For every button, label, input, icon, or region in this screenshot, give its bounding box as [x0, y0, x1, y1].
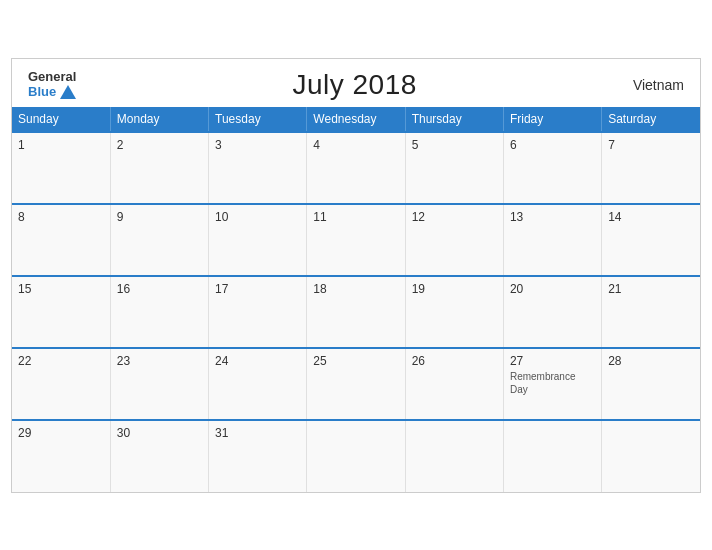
calendar-cell: 22: [12, 348, 110, 420]
calendar-cell: 3: [209, 132, 307, 204]
calendar-cell: 2: [110, 132, 208, 204]
calendar-cell: 6: [503, 132, 601, 204]
calendar-cell: 13: [503, 204, 601, 276]
day-number: 2: [117, 138, 202, 152]
day-number: 16: [117, 282, 202, 296]
calendar-cell: 14: [602, 204, 700, 276]
day-header-tuesday: Tuesday: [209, 107, 307, 132]
calendar-cell: 31: [209, 420, 307, 492]
calendar-cell: [602, 420, 700, 492]
calendar-cell: [405, 420, 503, 492]
calendar-cell: [307, 420, 405, 492]
day-number: 28: [608, 354, 694, 368]
calendar-cell: 19: [405, 276, 503, 348]
day-number: 10: [215, 210, 300, 224]
day-number: 29: [18, 426, 104, 440]
calendar-cell: 17: [209, 276, 307, 348]
day-header-monday: Monday: [110, 107, 208, 132]
day-number: 7: [608, 138, 694, 152]
day-number: 6: [510, 138, 595, 152]
calendar-cell: 4: [307, 132, 405, 204]
day-number: 19: [412, 282, 497, 296]
calendar-week-row: 222324252627Remembrance Day28: [12, 348, 700, 420]
day-number: 9: [117, 210, 202, 224]
day-number: 11: [313, 210, 398, 224]
calendar-cell: 1: [12, 132, 110, 204]
calendar-cell: 30: [110, 420, 208, 492]
calendar-cell: 26: [405, 348, 503, 420]
day-number: 23: [117, 354, 202, 368]
day-number: 14: [608, 210, 694, 224]
day-header-wednesday: Wednesday: [307, 107, 405, 132]
calendar-week-row: 293031: [12, 420, 700, 492]
day-number: 1: [18, 138, 104, 152]
calendar-week-row: 15161718192021: [12, 276, 700, 348]
day-header-saturday: Saturday: [602, 107, 700, 132]
calendar-cell: 29: [12, 420, 110, 492]
day-number: 3: [215, 138, 300, 152]
logo-general-text: General: [28, 70, 76, 84]
day-number: 8: [18, 210, 104, 224]
day-number: 20: [510, 282, 595, 296]
day-number: 25: [313, 354, 398, 368]
day-number: 21: [608, 282, 694, 296]
calendar-cell: 18: [307, 276, 405, 348]
calendar-cell: 28: [602, 348, 700, 420]
day-number: 4: [313, 138, 398, 152]
calendar-week-row: 891011121314: [12, 204, 700, 276]
calendar-cell: 15: [12, 276, 110, 348]
logo: General Blue: [28, 70, 76, 99]
days-header-row: SundayMondayTuesdayWednesdayThursdayFrid…: [12, 107, 700, 132]
day-number: 13: [510, 210, 595, 224]
calendar-cell: 8: [12, 204, 110, 276]
calendar-cell: 11: [307, 204, 405, 276]
calendar-grid: SundayMondayTuesdayWednesdayThursdayFrid…: [12, 107, 700, 492]
calendar-week-row: 1234567: [12, 132, 700, 204]
calendar-cell: [503, 420, 601, 492]
calendar-cell: 7: [602, 132, 700, 204]
day-number: 17: [215, 282, 300, 296]
calendar-cell: 16: [110, 276, 208, 348]
calendar-cell: 5: [405, 132, 503, 204]
day-header-friday: Friday: [503, 107, 601, 132]
day-number: 24: [215, 354, 300, 368]
day-number: 12: [412, 210, 497, 224]
day-number: 27: [510, 354, 595, 368]
holiday-label: Remembrance Day: [510, 370, 595, 396]
day-number: 15: [18, 282, 104, 296]
day-number: 26: [412, 354, 497, 368]
day-number: 18: [313, 282, 398, 296]
calendar-cell: 25: [307, 348, 405, 420]
calendar-container: General Blue July 2018 Vietnam SundayMon…: [11, 58, 701, 493]
calendar-cell: 10: [209, 204, 307, 276]
calendar-cell: 27Remembrance Day: [503, 348, 601, 420]
logo-triangle-icon: [60, 85, 76, 99]
day-number: 30: [117, 426, 202, 440]
calendar-cell: 21: [602, 276, 700, 348]
day-number: 31: [215, 426, 300, 440]
calendar-country: Vietnam: [633, 77, 684, 93]
calendar-cell: 23: [110, 348, 208, 420]
day-header-sunday: Sunday: [12, 107, 110, 132]
day-number: 22: [18, 354, 104, 368]
calendar-header: General Blue July 2018 Vietnam: [12, 59, 700, 107]
calendar-cell: 9: [110, 204, 208, 276]
calendar-cell: 12: [405, 204, 503, 276]
day-header-thursday: Thursday: [405, 107, 503, 132]
calendar-title: July 2018: [292, 69, 416, 101]
calendar-cell: 20: [503, 276, 601, 348]
day-number: 5: [412, 138, 497, 152]
calendar-cell: 24: [209, 348, 307, 420]
logo-blue-text: Blue: [28, 85, 56, 99]
